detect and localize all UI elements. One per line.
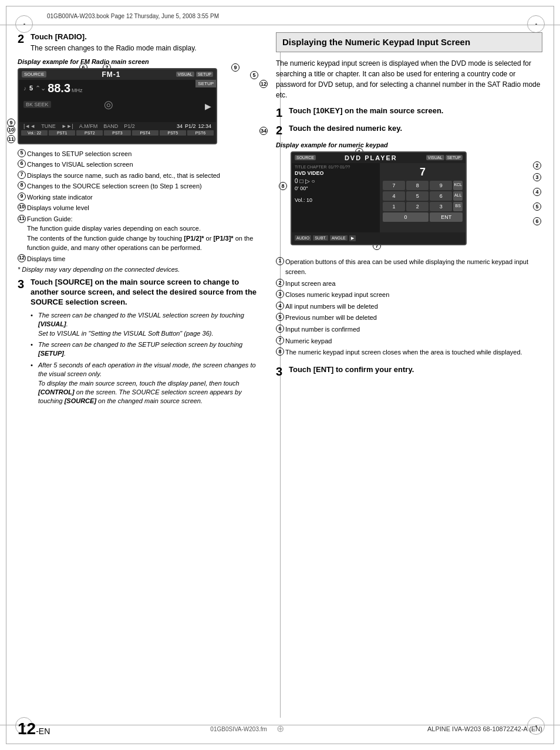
callout-5-ann: 5 <box>18 149 26 157</box>
fm-preset-2: PST2 <box>76 130 103 136</box>
callout-12: 12 <box>259 80 268 88</box>
fm-time-display: 12:34 <box>198 123 211 129</box>
dvd-key-7: 7 <box>383 181 405 190</box>
corner-mark-tl <box>15 15 33 33</box>
step-3-right-title: Touch [ENT] to confirm your entry. <box>289 365 542 375</box>
dvd-callout-2-ann: 2 <box>276 279 284 287</box>
fm-right-btns: VISUAL SETUP <box>176 72 213 77</box>
dvd-annotation-3-text: Closes numeric keypad input screen <box>285 290 389 300</box>
dvd-annotation-4-text: All input numbers will be deleted <box>285 302 378 312</box>
fm-p12: P1/2 <box>185 123 196 129</box>
fm-left-controls: |◄◄ TUNE ►►| A.M/FM BAND P1/2 <box>23 123 135 129</box>
fm-source-btn: SOURCE <box>22 71 46 77</box>
annotation-5: 5 Changes to SETUP selection screen <box>18 149 258 159</box>
bullet-3: • After 5 seconds of each operation in t… <box>31 361 258 406</box>
dvd-callout-3: 3 <box>533 173 541 181</box>
step-2-content: Touch [RADIO]. The screen changes to the… <box>31 32 258 53</box>
step-1-right-content: Touch [10KEY] on the main source screen. <box>289 106 542 116</box>
annotation-10: 10 Displays volume level <box>18 203 258 213</box>
dvd-annotation-7-text: Numeric keypad <box>285 336 332 347</box>
step-2-key: [RADIO] <box>55 32 85 41</box>
dvd-callout-3-pos: 3 <box>533 172 542 181</box>
step-1-right-title: Touch [10KEY] on the main source screen. <box>289 106 542 116</box>
dvd-callout-5-pos: 5 <box>533 201 542 211</box>
fm-preset-1: PST1 <box>49 130 75 136</box>
callout-11-ann: 11 <box>18 215 26 223</box>
dvd-time: 0' 00" <box>295 185 377 191</box>
step-3-title: Touch [SOURCE] on the main source screen… <box>31 278 258 308</box>
bullet-dot-3: • <box>31 361 36 370</box>
step-2-number: 2 <box>18 32 31 45</box>
fm-next-btn: ►►| <box>62 123 73 129</box>
bullet-dot-1: • <box>31 311 36 320</box>
fm-unit: MHz <box>72 87 83 93</box>
step-3-number: 3 <box>18 278 31 290</box>
fm-tune-label: TUNE <box>41 123 56 129</box>
fm-prev-btn: |◄◄ <box>23 123 35 129</box>
dvd-callout-2-pos: 2 <box>533 160 542 170</box>
callout-34-pos: 34 <box>259 126 269 135</box>
bullet-2: • The screen can be changed to the SETUP… <box>31 340 258 359</box>
dvd-vol: Vol.: 10 <box>295 197 377 203</box>
fm-preset-5: PST5 <box>160 130 186 136</box>
dvd-key-2: 2 <box>406 202 429 211</box>
callout-6-ann: 6 <box>18 160 26 168</box>
callout-8-ann: 8 <box>18 181 26 190</box>
dvd-audio-btn: AUDIO <box>295 235 311 241</box>
step-3-content: Touch [SOURCE] on the main source screen… <box>31 278 258 408</box>
dvd-annotation-1: 1 Operation buttons of this area can be … <box>276 257 542 278</box>
dvd-annotation-7: 7 Numeric keypad <box>276 336 542 347</box>
dvd-annotation-4: 4 All input numbers will be deleted <box>276 302 542 312</box>
dvd-more-btn: ▶ <box>349 235 356 241</box>
dvd-annotations: 1 Operation buttons of this area can be … <box>276 257 542 358</box>
dvd-callout-2: 2 <box>533 161 541 170</box>
fm-nav-arrow: ▶ <box>205 102 211 111</box>
dvd-key-4: 4 <box>383 191 405 201</box>
callout-11: 11 <box>7 135 15 143</box>
dvd-keypad-grid: 7 8 9 KCL 4 5 6 ALL 1 2 3 BS 0 <box>382 180 464 223</box>
dvd-callout-8-ann: 8 <box>276 347 284 356</box>
section-title: Displaying the Numeric Keypad Input Scre… <box>282 36 536 48</box>
top-rule <box>0 25 560 25</box>
dvd-chapter-info: TITLE CHAPTER 01/?? 01/?? <box>295 165 377 169</box>
callout-10: 10 <box>7 126 15 134</box>
dvd-key-3: 3 <box>430 202 452 211</box>
dvd-annotation-3: 3 Closes numeric keypad input screen <box>276 290 542 300</box>
fm-seek-row: BK SEEK ◎ <box>19 97 216 112</box>
dvd-key-0-wide: 0 <box>383 212 429 222</box>
asterisk-note: * Display may vary depending on the conn… <box>18 266 258 273</box>
dvd-header: SOURCE DVD PLAYER VISUAL SETUP <box>292 153 465 163</box>
dvd-screen: SOURCE DVD PLAYER VISUAL SETUP TITLE CHA… <box>291 151 467 245</box>
dvd-chapter-val: 01/?? 01/?? <box>328 165 350 169</box>
footer-product-info: ALPINE IVA-W203 68-10872Z42-A (EN) <box>427 725 542 732</box>
section-title-box: Displaying the Numeric Keypad Input Scre… <box>276 32 542 52</box>
dvd-main-area: TITLE CHAPTER 01/?? 01/?? DVD VIDEO 0 □ … <box>292 163 465 232</box>
step-1-right-number: 1 <box>276 106 289 119</box>
step-3-right: 3 Touch [ENT] to confirm your entry. <box>276 365 542 378</box>
dvd-key-6: 6 <box>430 191 452 201</box>
step-2-desc: The screen changes to the Radio mode mai… <box>31 43 258 53</box>
dvd-callout-6-ann: 6 <box>276 325 284 333</box>
fm-frequency: 88.3 <box>48 82 70 95</box>
annotation-7-text: Displays the source name, such as radio … <box>27 171 258 181</box>
dvd-chapter-label: TITLE CHAPTER <box>295 165 326 169</box>
step-3-left: 3 Touch [SOURCE] on the main source scre… <box>18 278 258 408</box>
callout-9: 9 <box>231 63 239 72</box>
step-2-right-number: 2 <box>276 124 289 137</box>
corner-mark-tr <box>527 15 545 33</box>
fm-presets-row: Vol.: 22 PST1 PST2 PST3 PST4 PST5 PST6 <box>19 130 216 137</box>
fm-preset-4: PST4 <box>132 130 158 136</box>
step-2-left: 2 Touch [RADIO]. The screen changes to t… <box>18 32 258 53</box>
dvd-annotation-5-text: Previous number will be deleted <box>285 313 377 323</box>
fm-vol-time: |◄◄ TUNE ►►| A.M/FM BAND P1/2 34 P1/2 12… <box>19 122 216 130</box>
dvd-title: DVD PLAYER <box>345 154 397 161</box>
fm-setup-overlay: SETUP <box>195 80 216 87</box>
page-number-area: 12-EN <box>18 719 50 738</box>
dvd-annotation-1-text: Operation buttons of this area can be us… <box>285 257 542 278</box>
dvd-right-btns: VISUAL SETUP <box>426 155 463 160</box>
bullet-list: • The screen can be changed to the VISUA… <box>31 311 258 406</box>
annotation-5-text: Changes to SETUP selection screen <box>27 149 258 159</box>
dvd-circle: ○ <box>312 178 315 184</box>
dvd-left-panel: TITLE CHAPTER 01/?? 01/?? DVD VIDEO 0 □ … <box>292 163 380 232</box>
fm-setup-btn: SETUP <box>196 72 213 77</box>
